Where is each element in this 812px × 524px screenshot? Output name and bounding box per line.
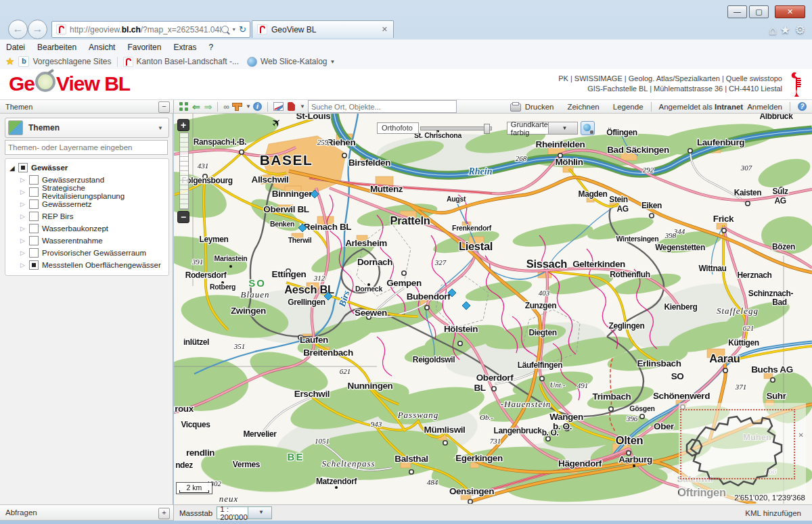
tree-item[interactable]: ▷REP Birs <box>5 210 168 222</box>
tree-collapsed-icon[interactable]: ▷ <box>20 176 28 183</box>
tree-collapsed-icon[interactable]: ▷ <box>20 213 28 220</box>
favorites-item-suggested[interactable]: Vorgeschlagene Sites <box>32 57 111 66</box>
chevron-down-icon[interactable]: ▼ <box>246 103 251 110</box>
tree-expanded-icon[interactable]: ◢ <box>9 164 18 172</box>
measure-icon[interactable] <box>232 103 241 110</box>
menu-item-datei[interactable]: Datei <box>0 43 31 52</box>
settings-gear-icon[interactable]: ⚙ <box>795 23 805 37</box>
layer-checkbox[interactable] <box>29 236 39 245</box>
expand-panel-button[interactable]: + <box>158 508 170 519</box>
legende-button[interactable]: Legende <box>613 103 644 111</box>
orthofoto-opacity-slider[interactable] <box>420 126 492 130</box>
basemap-bar: Orthofoto Grundkarte farbig ▼ <box>377 122 595 135</box>
next-extent-icon[interactable]: ⇒ <box>204 102 212 112</box>
tree-item[interactable]: ▷Strategische Revitalisierungsplanung <box>5 186 168 198</box>
themes-dropdown-button[interactable]: Themen ▼ <box>5 118 169 138</box>
tree-item[interactable]: ▷Messstellen Oberflächengewässer <box>5 259 168 271</box>
previous-extent-icon[interactable]: ⇐ <box>192 102 200 112</box>
header-links-line2[interactable]: GIS-Fachstelle BL | Mühlemattstrasse 36 … <box>558 84 782 94</box>
tree-collapsed-icon[interactable]: ▷ <box>20 201 28 208</box>
chevron-down-icon[interactable]: ▼ <box>548 122 577 134</box>
address-bar[interactable]: http://geoview.bl.ch/?map_x=2625341.0483… <box>51 21 250 38</box>
tree-item[interactable]: ▷Provisorischer Gewässerraum <box>5 247 168 259</box>
tree-item[interactable]: ▷Wasserbaukonzept <box>5 222 168 235</box>
tree-collapsed-icon[interactable]: ▷ <box>20 189 28 195</box>
kanton-favicon <box>123 57 133 67</box>
favorites-item-webslice[interactable]: Web Slice-Katalog <box>261 57 328 66</box>
add-favorite-star-icon[interactable]: ★ <box>5 55 14 68</box>
menu-item-bearbeiten[interactable]: Bearbeiten <box>31 43 83 52</box>
layer-checkbox[interactable] <box>29 175 39 185</box>
pdf-export-icon[interactable] <box>288 102 295 111</box>
search-icon[interactable] <box>221 26 229 33</box>
tree-collapsed-icon[interactable]: ▷ <box>20 225 28 232</box>
header-links-line1[interactable]: PK | SWISSIMAGE | Geolog. Atlas/Spezialk… <box>558 74 782 84</box>
zoom-slider[interactable] <box>179 133 189 210</box>
full-extent-icon[interactable] <box>179 102 188 111</box>
inset-close-icon[interactable]: ✕ <box>798 431 804 439</box>
help-icon[interactable]: ? <box>798 102 807 111</box>
zoom-out-button[interactable]: − <box>177 211 189 223</box>
favorites-star-icon[interactable]: ★ <box>780 23 790 37</box>
tree-item[interactable]: ▷Wasserentnahme <box>5 235 168 247</box>
chevron-down-icon[interactable]: ▼ <box>231 27 236 32</box>
map-viewport[interactable]: ✈ St-LouisRanspach-l.-B.431FolgensbourgB… <box>174 114 812 504</box>
layer-checkbox[interactable] <box>18 163 28 172</box>
scale-select[interactable]: 1 : 200'000 ▼ <box>217 506 272 519</box>
kml-add-link[interactable]: KML hinzufügen <box>745 509 812 517</box>
zeichnen-button[interactable]: Zeichnen <box>567 103 599 111</box>
tree-collapsed-icon[interactable]: ▷ <box>20 262 28 268</box>
layer-filter-input[interactable] <box>5 140 168 155</box>
zoom-in-button[interactable]: + <box>177 119 189 131</box>
chevron-down-icon[interactable]: ▼ <box>248 507 271 519</box>
anmelden-button[interactable]: Anmelden <box>747 103 782 111</box>
profile-chart-icon[interactable] <box>273 102 284 111</box>
map-label: Bubendorf <box>407 291 451 302</box>
inset-extent-rect[interactable] <box>680 409 795 479</box>
themen-panel-header: Themen − <box>0 99 173 114</box>
basemap-select[interactable]: Grundkarte farbig ▼ <box>507 122 578 135</box>
map-label: Kaisten <box>734 188 762 197</box>
home-icon[interactable]: ⌂ <box>769 23 777 38</box>
chevron-down-icon[interactable]: ▼ <box>300 103 305 110</box>
map-label: Matzendorf <box>316 477 357 486</box>
title-bar[interactable]: — ▢ ✕ <box>0 0 812 19</box>
refresh-icon[interactable]: ↻ <box>239 24 246 34</box>
layer-checkbox[interactable] <box>29 248 39 258</box>
close-button[interactable]: ✕ <box>775 5 805 18</box>
tab-close-icon[interactable]: ✕ <box>382 25 393 34</box>
map-label: Staffelegg <box>717 306 759 316</box>
maximize-button[interactable]: ▢ <box>749 5 769 18</box>
forward-button[interactable]: → <box>28 20 47 39</box>
menu-item-[interactable]: ? <box>202 43 219 52</box>
layer-checkbox[interactable] <box>29 260 39 270</box>
browser-tab[interactable]: GeoView BL ✕ <box>252 20 394 38</box>
layer-checkbox[interactable] <box>29 199 39 209</box>
search-input[interactable] <box>308 100 457 113</box>
map-label: 307 <box>740 164 752 172</box>
favorites-item-kanton[interactable]: Kanton Basel-Landschaft -... <box>137 57 239 66</box>
slider-handle[interactable] <box>484 124 490 134</box>
abfragen-panel-header[interactable]: Abfragen + <box>0 504 173 521</box>
map-label: Bad Säckingen <box>607 145 669 155</box>
map-label: Mariastein <box>215 254 248 262</box>
menu-item-extras[interactable]: Extras <box>167 43 202 52</box>
permalink-icon[interactable]: ∞ <box>223 102 228 112</box>
layer-checkbox[interactable] <box>29 212 39 221</box>
globe-lock-icon[interactable] <box>581 121 595 135</box>
tree-collapsed-icon[interactable]: ▷ <box>20 237 28 244</box>
map-label: Erlinsbach <box>637 358 681 368</box>
drucken-button[interactable]: Drucken <box>525 103 554 111</box>
layer-checkbox[interactable] <box>29 224 39 233</box>
menu-item-favoriten[interactable]: Favoriten <box>121 43 167 52</box>
chevron-down-icon[interactable]: ▼ <box>330 59 335 65</box>
menu-item-ansicht[interactable]: Ansicht <box>83 43 121 52</box>
minimize-button[interactable]: — <box>727 5 747 18</box>
back-button[interactable]: ← <box>8 20 28 39</box>
tree-item[interactable]: ◢Gewässer <box>5 162 168 174</box>
overview-inset[interactable]: ✕ <box>679 403 806 501</box>
collapse-panel-button[interactable]: − <box>158 101 170 113</box>
layer-checkbox[interactable] <box>29 187 39 197</box>
info-icon[interactable]: i <box>253 102 262 111</box>
tree-collapsed-icon[interactable]: ▷ <box>20 249 28 256</box>
